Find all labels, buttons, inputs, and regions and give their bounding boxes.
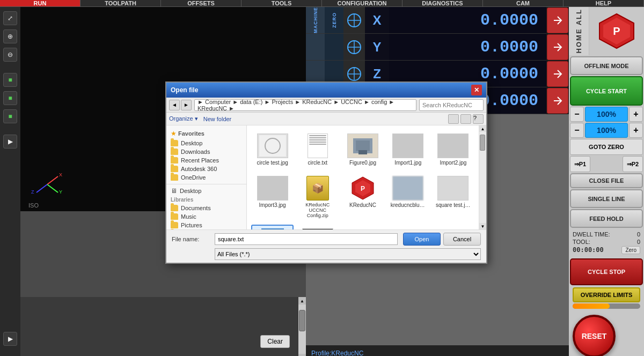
forward-button[interactable]: ► xyxy=(181,100,192,110)
y-axis-button[interactable] xyxy=(547,34,568,60)
scroll-thumb[interactable] xyxy=(480,135,485,151)
goto-zero-button[interactable]: GOTO ZERO xyxy=(570,139,643,155)
sidebar-desktop[interactable]: Desktop xyxy=(166,139,246,147)
speed-minus-button[interactable]: − xyxy=(570,123,584,138)
feed-plus-button[interactable]: + xyxy=(629,107,643,122)
a-axis-button[interactable] xyxy=(547,88,568,114)
feed-minus-button[interactable]: − xyxy=(570,107,584,122)
nav-offsets[interactable]: OFFSETS xyxy=(161,0,241,6)
sidebar-docs[interactable]: Documents xyxy=(166,204,246,212)
goto-row: GOTO ZERO xyxy=(570,139,643,155)
sidebar-desktop2[interactable]: 🖥 Desktop xyxy=(166,186,246,196)
clear-button[interactable]: Clear xyxy=(260,335,290,348)
back-button[interactable]: ◄ xyxy=(169,100,180,110)
x-axis-button[interactable] xyxy=(547,8,568,33)
file-figure0[interactable]: Figure0.jpg xyxy=(341,130,384,169)
view-toggle-1[interactable] xyxy=(448,114,459,124)
nav-cam[interactable]: CAM xyxy=(483,0,564,6)
file-circle-txt[interactable]: circle.txt xyxy=(296,130,339,169)
file-import1[interactable]: Import1.jpg xyxy=(387,130,429,169)
nav-tools[interactable]: TOOLS xyxy=(241,0,322,6)
file-kreducnc-zip[interactable]: 📦 KReducNC UCCNC Config.zip xyxy=(296,172,339,222)
viewport-bottom: ▲ ▼ Clear xyxy=(20,297,306,356)
nav-toolpath[interactable]: TOOLPATH xyxy=(80,0,161,6)
organize-button[interactable]: Organize ▾ xyxy=(169,115,198,122)
dialog-close-button[interactable]: ✕ xyxy=(471,85,482,95)
txt-line-4 xyxy=(309,142,326,143)
x-value-cell: 0.0000 xyxy=(389,7,546,34)
sidebar-autodesk[interactable]: Autodesk 360 xyxy=(166,165,246,173)
nav-run[interactable]: RUN xyxy=(0,0,80,6)
open-button[interactable]: Open xyxy=(403,233,441,246)
cycle-stop-button[interactable]: CYCLE STOP xyxy=(570,258,643,285)
file-kreducnc-blur[interactable]: kreducncblur.jpg xyxy=(387,172,429,222)
txt-line-5 xyxy=(309,144,326,145)
reset-button[interactable]: RESET xyxy=(573,315,616,356)
single-line-button[interactable]: SINGLE LINE xyxy=(570,189,643,208)
file-area-wrapper: circle test.jpg circle.txt xyxy=(247,125,486,229)
file-square-test[interactable]: square test.jpg xyxy=(432,172,474,222)
filename-input[interactable] xyxy=(215,233,398,245)
file-thumb-figure0 xyxy=(347,134,378,158)
sidebar-recent[interactable]: Recent Places xyxy=(166,156,246,165)
target-icon-y[interactable] xyxy=(343,34,365,61)
nav-help[interactable]: HELP xyxy=(564,0,644,6)
sidebar-pictures[interactable]: Pictures xyxy=(166,221,246,229)
target-icon-x[interactable] xyxy=(343,7,365,34)
nav-configuration[interactable]: CONFIGURATION xyxy=(322,0,402,6)
file-import3[interactable]: Import3.jpg xyxy=(251,172,294,222)
step-icon[interactable]: ▶ xyxy=(3,332,17,346)
dialog-sidebar: ★ Favorites Desktop Downloads Recent Pla… xyxy=(166,125,247,229)
override-limits-button[interactable]: OVERRIDE LIMITS xyxy=(573,287,640,302)
z-axis-button[interactable] xyxy=(547,61,568,87)
speed-plus-button[interactable]: + xyxy=(629,123,643,138)
sidebar-pictures-label: Pictures xyxy=(181,222,202,228)
expand-icon[interactable]: ⤢ xyxy=(3,11,17,25)
view-side-icon[interactable]: ■ xyxy=(3,109,17,123)
file-square-txt[interactable]: square.txt xyxy=(251,225,294,229)
sidebar-music[interactable]: Music xyxy=(166,212,246,221)
help-dialog-icon[interactable]: ? xyxy=(473,114,484,124)
scroll-down-arrow[interactable]: ▼ xyxy=(298,354,306,356)
file-scrollbar[interactable]: ▲ ▼ xyxy=(479,125,486,229)
scroll-thumb[interactable] xyxy=(299,310,305,331)
viewport-scrollbar[interactable]: ▲ ▼ xyxy=(298,297,306,356)
file-circle-test[interactable]: circle test.jpg xyxy=(251,130,294,169)
zoom-out-icon[interactable]: ⊖ xyxy=(3,48,17,62)
scroll-up[interactable]: ▲ xyxy=(479,125,486,132)
nav-diagnostics[interactable]: DIAGNOSTICS xyxy=(402,0,483,6)
override-slider[interactable] xyxy=(573,303,640,309)
dwell-section: DWELL TIME: 0 TOOL: 0 00:00:00 Zero xyxy=(570,229,643,257)
axis-x-label: X xyxy=(372,13,381,28)
filetype-select[interactable]: All Files (*.*) xyxy=(215,248,481,260)
file-thumb-import2 xyxy=(437,134,469,158)
file-name-kreducnc-logo: KReducNC xyxy=(349,202,376,208)
view-3d-top-icon[interactable]: ■ xyxy=(3,73,17,87)
scroll-down[interactable]: ▼ xyxy=(479,223,486,229)
play-icon[interactable]: ▶ xyxy=(3,135,17,149)
time-zero-button[interactable]: Zero xyxy=(621,246,640,254)
new-folder-button[interactable]: New folder xyxy=(203,116,232,122)
view-toggle-2[interactable] xyxy=(460,114,471,124)
p1-button[interactable]: ⇒P1 xyxy=(570,156,590,172)
scroll-up-arrow[interactable]: ▲ xyxy=(298,297,306,305)
feed-hold-button[interactable]: FEED HOLD xyxy=(570,209,643,228)
dialog-search-input[interactable] xyxy=(419,99,484,111)
zoom-in-icon[interactable]: ⊕ xyxy=(3,29,17,43)
cycle-start-button[interactable]: CYCLE START xyxy=(570,76,643,106)
file-import2[interactable]: Import2.jpg xyxy=(432,130,474,169)
sidebar-downloads[interactable]: Downloads xyxy=(166,147,246,156)
file-open-dialog: Open file ✕ ◄ ► ► Computer ► data (E:) ►… xyxy=(165,81,487,264)
file-test2[interactable]: test2.jpg xyxy=(296,225,339,229)
elapsed-time: 00:00:00 xyxy=(573,246,604,254)
axis-x-cell: X xyxy=(365,7,389,34)
cancel-button[interactable]: Cancel xyxy=(443,233,481,246)
txt-lines xyxy=(309,135,326,145)
sidebar-onedrive[interactable]: OneDrive xyxy=(166,173,246,182)
close-file-button[interactable]: CLOSE FILE xyxy=(570,173,643,188)
p2-button[interactable]: ⇒P2 xyxy=(623,156,643,172)
file-thumb-txt xyxy=(308,134,328,158)
offline-mode-button[interactable]: OFFLINE MODE xyxy=(570,56,643,75)
file-kreducnc-logo[interactable]: P KReducNC xyxy=(341,172,384,222)
view-front-icon[interactable]: ■ xyxy=(3,91,17,105)
